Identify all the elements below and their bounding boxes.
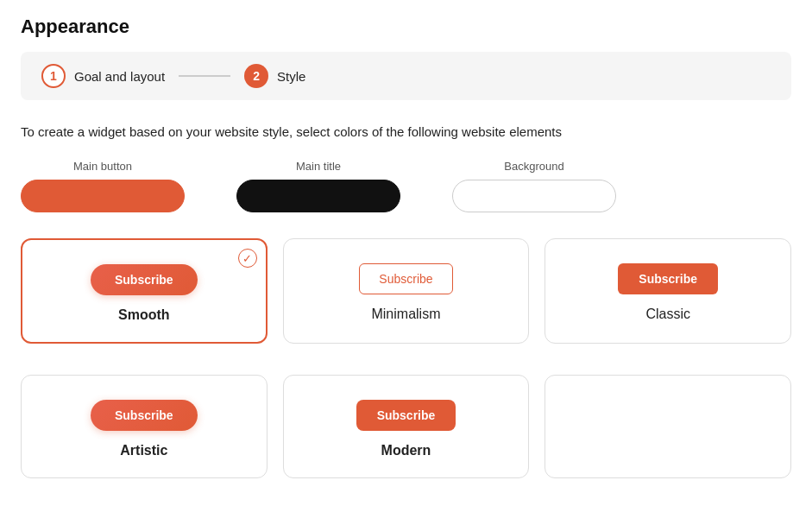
color-picker-background: Background (452, 160, 616, 212)
subscribe-button-minimalism[interactable]: Subscribe (359, 263, 452, 294)
card-label-classic: Classic (645, 307, 690, 322)
style-grid-row2: Subscribe Artistic Subscribe Modern (21, 375, 791, 478)
style-card-empty (544, 375, 791, 478)
style-card-smooth[interactable]: ✓ Subscribe Smooth (21, 238, 268, 344)
style-grid-row1: ✓ Subscribe Smooth Subscribe Minimalism … (21, 238, 791, 344)
color-pickers-row: Main button Main title Background (21, 160, 791, 212)
step-2-label: Style (277, 69, 305, 84)
style-card-minimalism[interactable]: Subscribe Minimalism (283, 238, 530, 344)
style-card-classic[interactable]: Subscribe Classic (544, 238, 791, 344)
step-2-circle: 2 (244, 64, 268, 88)
instruction-text: To create a widget based on your website… (21, 124, 791, 139)
subscribe-button-modern[interactable]: Subscribe (356, 400, 456, 431)
step-1-label: Goal and layout (74, 69, 165, 84)
step-1-circle: 1 (41, 64, 66, 88)
color-picker-main-button-label: Main button (73, 160, 132, 173)
color-picker-background-label: Background (504, 160, 563, 173)
selected-checkmark: ✓ (238, 249, 257, 268)
step-2: 2 Style (244, 64, 305, 88)
color-picker-main-title: Main title (236, 160, 400, 212)
color-swatch-black[interactable] (236, 180, 400, 212)
subscribe-button-smooth[interactable]: Subscribe (91, 264, 198, 295)
card-label-smooth: Smooth (118, 307, 170, 323)
card-label-modern: Modern (381, 443, 431, 458)
color-picker-main-title-label: Main title (296, 160, 341, 173)
page-container: Appearance 1 Goal and layout 2 Style To … (0, 0, 812, 512)
style-card-modern[interactable]: Subscribe Modern (283, 375, 530, 478)
page-title: Appearance (21, 16, 791, 38)
subscribe-button-artistic[interactable]: Subscribe (91, 400, 198, 431)
style-card-artistic[interactable]: Subscribe Artistic (21, 375, 268, 478)
stepper-bar: 1 Goal and layout 2 Style (21, 52, 791, 100)
step-1: 1 Goal and layout (41, 64, 165, 88)
card-label-artistic: Artistic (120, 443, 167, 458)
color-swatch-white[interactable] (452, 180, 616, 212)
step-connector (179, 75, 230, 77)
card-label-minimalism: Minimalism (371, 307, 440, 322)
subscribe-button-classic[interactable]: Subscribe (618, 263, 718, 294)
color-swatch-red[interactable] (21, 180, 185, 212)
color-picker-main-button: Main button (21, 160, 185, 212)
